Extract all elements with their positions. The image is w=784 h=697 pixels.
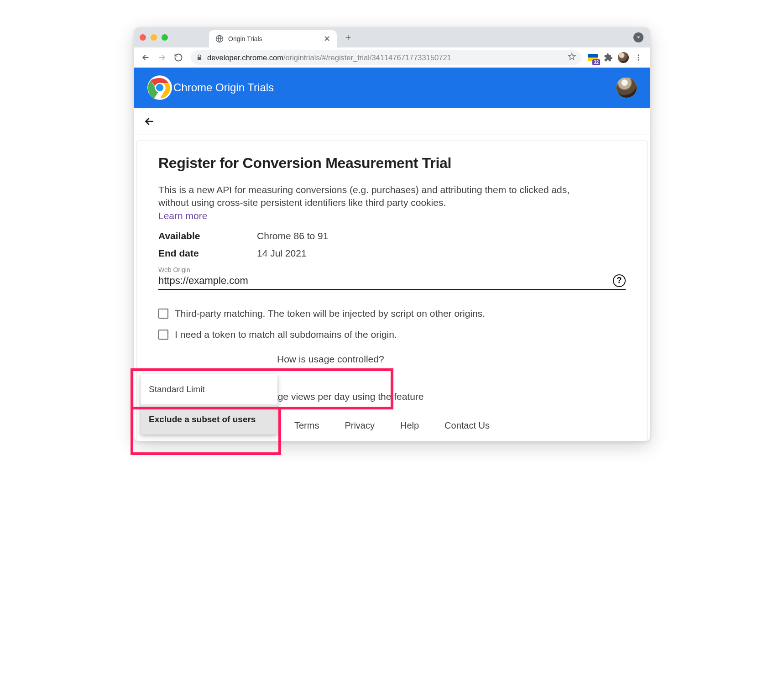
info-table: Available Chrome 86 to 91 End date 14 Ju… (158, 231, 626, 259)
usage-question-text: How is usage controlled? (277, 354, 384, 365)
extension-button[interactable]: 32 (587, 52, 599, 63)
subdomains-label: I need a token to match all subdomains o… (175, 329, 397, 340)
maximize-window-button[interactable] (162, 34, 168, 41)
vertical-dots-icon (634, 53, 643, 62)
footer-help[interactable]: Help (400, 420, 419, 431)
new-tab-button[interactable]: + (341, 31, 355, 44)
dropdown-option-standard[interactable]: Standard Limit (141, 374, 277, 404)
app-header: Chrome Origin Trials (134, 68, 650, 108)
close-window-button[interactable] (140, 34, 146, 41)
back-row (134, 108, 650, 135)
web-origin-field: Web Origin ? (158, 266, 626, 290)
available-row: Available Chrome 86 to 91 (158, 231, 626, 241)
extension-badge: 32 (592, 59, 600, 65)
star-icon (568, 52, 576, 61)
usage-restriction-row: How is usage controlled? (158, 354, 626, 365)
forward-button[interactable] (155, 51, 169, 64)
footer-terms[interactable]: Terms (294, 420, 319, 431)
checkbox-group: Third-party matching. The token will be … (158, 308, 626, 340)
available-value: Chrome 86 to 91 (257, 231, 328, 241)
profile-avatar[interactable] (618, 52, 629, 63)
learn-more-link[interactable]: Learn more (158, 210, 207, 221)
puzzle-icon (604, 53, 613, 62)
end-date-row: End date 14 Jul 2021 (158, 248, 626, 259)
tab-title: Origin Trials (228, 35, 319, 42)
back-button[interactable] (139, 51, 152, 64)
chevron-down-icon (636, 35, 641, 40)
expected-usage-suffix: Page views per day using the feature (266, 391, 424, 402)
third-party-label: Third-party matching. The token will be … (175, 308, 485, 319)
close-tab-button[interactable]: ✕ (324, 35, 330, 43)
address-bar[interactable]: developer.chrome.com/origintrials/#/regi… (191, 50, 581, 65)
web-origin-input[interactable] (158, 275, 607, 287)
web-origin-label: Web Origin (158, 266, 626, 273)
footer-contact[interactable]: Contact Us (444, 420, 490, 431)
page-heading: Register for Conversion Measurement Tria… (158, 155, 626, 172)
extensions-menu-button[interactable] (601, 51, 615, 64)
svg-point-6 (156, 84, 163, 91)
user-avatar[interactable] (616, 77, 637, 98)
url-host: developer.chrome.com (207, 53, 283, 62)
url-text: developer.chrome.com/origintrials/#/regi… (207, 53, 451, 62)
app-title: Chrome Origin Trials (173, 81, 274, 94)
available-label: Available (158, 231, 257, 241)
page-back-button[interactable] (143, 115, 155, 127)
globe-icon (215, 35, 224, 43)
url-path: /origintrials/#/register_trial/341147671… (283, 53, 451, 62)
third-party-row: Third-party matching. The token will be … (158, 308, 626, 319)
arrow-right-icon (157, 53, 167, 62)
reload-button[interactable] (172, 51, 185, 64)
lock-icon (196, 54, 203, 61)
page-description: This is a new API for measuring conversi… (158, 183, 596, 210)
arrow-left-icon (141, 53, 150, 62)
end-date-label: End date (158, 248, 257, 259)
tab-search-button[interactable] (633, 32, 643, 42)
minimize-window-button[interactable] (151, 34, 157, 41)
end-date-value: 14 Jul 2021 (257, 248, 307, 259)
reload-icon (174, 53, 183, 62)
window-controls (140, 34, 168, 41)
bookmark-button[interactable] (568, 52, 576, 63)
subdomains-checkbox[interactable] (158, 330, 168, 340)
browser-tab[interactable]: Origin Trials ✕ (209, 30, 337, 47)
footer-privacy[interactable]: Privacy (345, 420, 375, 431)
dropdown-option-exclude[interactable]: Exclude a subset of users (141, 404, 277, 435)
browser-window: Origin Trials ✕ + developer.chrome.com/o… (134, 27, 650, 441)
usage-restriction-dropdown[interactable]: Standard Limit Exclude a subset of users (141, 374, 277, 435)
svg-point-1 (638, 54, 639, 56)
help-icon[interactable]: ? (613, 274, 626, 287)
svg-point-2 (638, 57, 639, 58)
chrome-logo-icon (147, 75, 172, 100)
third-party-checkbox[interactable] (158, 309, 168, 319)
browser-toolbar: developer.chrome.com/origintrials/#/regi… (134, 47, 650, 68)
chrome-menu-button[interactable] (632, 51, 645, 64)
subdomains-row: I need a token to match all subdomains o… (158, 329, 626, 340)
svg-point-3 (638, 59, 639, 61)
tab-strip: Origin Trials ✕ + (134, 27, 650, 47)
